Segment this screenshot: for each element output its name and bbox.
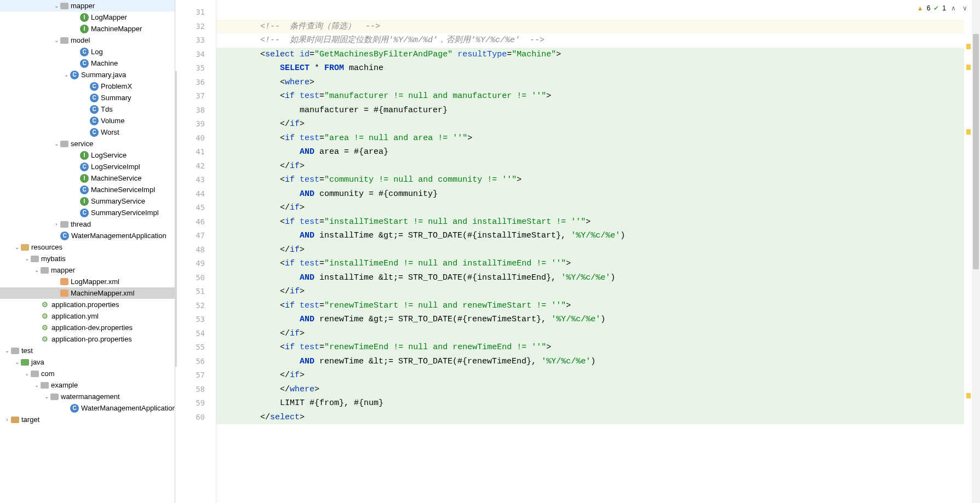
line-number[interactable]: 46 [177,215,205,229]
tree-item[interactable]: ·Worst [0,126,175,138]
tree-item[interactable]: ·application-pro.properties [0,333,175,345]
tree-item[interactable]: ·ProblemX [0,80,175,92]
tree-item[interactable]: ·WaterManagementApplication [0,402,175,414]
tree-item[interactable]: ⌄test [0,345,175,356]
code-line[interactable]: <if test="manufacturer != null and manuf… [216,89,964,103]
line-number[interactable]: 38 [177,103,205,118]
code-line[interactable]: <if test="renewTimeEnd != null and renew… [216,340,964,355]
tree-item[interactable]: ·MachineMapper.xml [0,287,175,299]
prev-highlight-button[interactable]: ∧ [949,4,958,12]
tree-item[interactable]: ·SummaryService [0,195,175,207]
chevron-down-icon[interactable]: ⌄ [23,371,31,377]
code-line[interactable]: </if> [216,368,964,383]
chevron-down-icon[interactable]: ⌄ [13,244,21,250]
line-number[interactable]: 44 [177,187,205,201]
chevron-down-icon[interactable]: ⌄ [53,3,60,9]
tree-item[interactable]: ·LogMapper.xml [0,276,175,287]
code-line[interactable]: <!-- 如果时间日期固定位数则用'%Y/%m/%d'，否则用'%Y/%c/%e… [216,33,964,48]
tree-item[interactable]: ⌄mybatis [0,253,175,264]
line-number[interactable]: 58 [177,383,205,397]
tree-item[interactable]: ⌄service [0,138,175,149]
tree-item[interactable]: ·Tds [0,103,175,115]
tree-item[interactable]: ⌄model [0,34,175,46]
tree-item[interactable]: ·application-dev.properties [0,322,175,333]
tree-item[interactable]: ⌄java [0,356,175,368]
warning-marker[interactable] [966,129,971,135]
chevron-down-icon[interactable]: ⌄ [23,256,31,262]
line-number[interactable]: 43 [177,173,205,187]
code-line[interactable]: AND installTime &lt;= STR_TO_DATE(#{inst… [216,271,964,285]
line-number[interactable]: 35 [177,61,205,76]
next-highlight-button[interactable]: ∨ [961,4,969,12]
chevron-down-icon[interactable]: ⌄ [43,394,50,400]
line-number[interactable]: 54 [177,327,205,341]
code-line[interactable]: <if test="area != null and area != ''"> [216,131,964,146]
code-line[interactable]: </where> [216,383,964,397]
code-line[interactable]: </if> [216,327,964,341]
tree-item[interactable]: ⌄com [0,368,175,379]
line-number[interactable]: 49 [177,257,205,271]
code-line[interactable]: <select id="GetMachinesByFilterAndPage" … [216,48,964,62]
project-tree[interactable]: ⌄mapper·LogMapper·MachineMapper⌄model·Lo… [0,0,175,503]
tree-item[interactable]: ·application.yml [0,310,175,322]
line-number[interactable]: 57 [177,368,205,383]
code-line[interactable]: manufacturer = #{manufacturer} [216,103,964,118]
code-line[interactable]: AND community = #{community} [216,187,964,201]
tree-item[interactable]: ·MachineMapper [0,23,175,34]
line-number[interactable]: 37 [177,89,205,103]
line-number[interactable]: 55 [177,340,205,355]
line-number[interactable]: 52 [177,299,205,313]
code-line[interactable]: </select> [216,411,964,425]
chevron-right-icon[interactable]: › [3,417,11,423]
line-number[interactable]: 51 [177,285,205,299]
line-number[interactable]: 56 [177,355,205,369]
line-number[interactable]: 53 [177,313,205,327]
line-number[interactable]: 34 [177,48,205,62]
tree-item[interactable]: ·WaterManagementApplication [0,230,175,241]
code-line[interactable]: </if> [216,243,964,257]
code-line[interactable]: </if> [216,117,964,131]
line-number[interactable]: 42 [177,159,205,174]
line-number[interactable]: 33 [177,33,205,48]
line-number[interactable]: 47 [177,229,205,243]
tree-item[interactable]: ·LogMapper [0,11,175,23]
tree-item[interactable]: ·Volume [0,115,175,126]
line-number[interactable]: 39 [177,117,205,131]
line-number[interactable]: 59 [177,396,205,411]
code-line[interactable]: <!-- 条件查询（筛选） --> [216,20,964,34]
code-line[interactable]: <if test="installTimeEnd != null and ins… [216,257,964,271]
line-number[interactable]: 48 [177,243,205,257]
code-line[interactable]: AND area = #{area} [216,145,964,159]
tree-item[interactable]: ·LogService [0,149,175,161]
tree-item[interactable]: ›target [0,414,175,425]
line-number[interactable]: 40 [177,131,205,146]
tree-item[interactable]: ·MachineServiceImpl [0,184,175,195]
chevron-down-icon[interactable]: ⌄ [53,37,60,43]
code-editor[interactable]: <!-- 条件查询（筛选） --> <!-- 如果时间日期固定位数则用'%Y/%… [216,0,964,503]
code-line[interactable] [216,5,964,20]
code-line[interactable]: <where> [216,76,964,90]
tree-item[interactable]: ·application.properties [0,299,175,310]
error-stripe[interactable] [964,0,972,503]
line-number[interactable]: 31 [177,5,205,20]
chevron-down-icon[interactable]: ⌄ [13,359,21,365]
tree-item[interactable]: ·Log [0,46,175,57]
code-line[interactable]: AND renewTime &gt;= STR_TO_DATE(#{renewT… [216,313,964,327]
tree-item[interactable]: ⌄Summary.java [0,69,175,80]
code-line[interactable]: </if> [216,159,964,174]
line-number-gutter[interactable]: 3132333435363738394041424344454647484950… [177,0,216,503]
tree-item[interactable]: ⌄mapper [0,0,175,11]
warning-marker[interactable] [966,44,971,49]
code-line[interactable]: <if test="installTimeStart != null and i… [216,215,964,229]
code-line[interactable]: SELECT * FROM machine [216,61,964,76]
warning-marker[interactable] [966,393,971,398]
code-line[interactable]: <if test="renewTimeStart != null and ren… [216,299,964,313]
tree-item[interactable]: ⌄mapper [0,264,175,276]
tree-item[interactable]: ⌄watermanagement [0,391,175,402]
chevron-down-icon[interactable]: ⌄ [53,141,60,147]
warning-marker[interactable] [966,65,971,70]
line-number[interactable]: 45 [177,201,205,215]
scrollbar-thumb[interactable] [973,34,979,269]
chevron-down-icon[interactable]: ⌄ [3,348,11,354]
code-line[interactable]: LIMIT #{from}, #{num} [216,396,964,411]
